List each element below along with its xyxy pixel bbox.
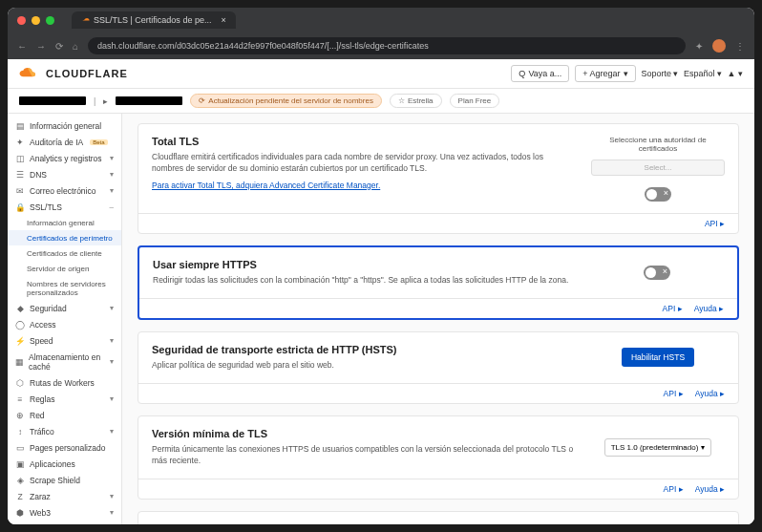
sidebar-item-label: Reglas [30,394,54,404]
sidebar-item-shield[interactable]: ◆Seguridad▾ [8,300,121,316]
card-desc: Permita únicamente las conexiones HTTPS … [152,444,576,467]
menu-icon[interactable]: ⋮ [735,41,745,52]
help-link[interactable]: Ayuda ▸ [695,484,725,494]
sidebar-item-label: Access [30,320,55,330]
plan-pill: Plan Free [450,94,500,108]
scrape-icon: ◈ [15,476,25,485]
forward-icon[interactable]: → [36,41,46,52]
user-menu[interactable]: ▲ ▾ [728,69,743,78]
support-link[interactable]: Soporte▾ [642,69,679,78]
acm-link[interactable]: Para activar Total TLS, adquiera Advance… [152,181,380,190]
address-bar: ← → ⟳ ⌂ dash.cloudflare.com/d03dc05e21a4… [8,32,754,59]
sidebar-item-net[interactable]: ⊕Red [8,407,121,423]
minimize-window[interactable] [32,16,40,25]
cloud-icon [19,67,40,80]
sidebar-item-apps[interactable]: ▣Aplicaciones [8,456,121,472]
card-desc: Redirigir todas las solicitudes con la c… [153,275,575,287]
sidebar-item-cache[interactable]: ▦Almacenamiento en caché▾ [8,349,121,374]
sidebar-item-pages[interactable]: ▭Pages personalizado [8,439,121,456]
help-link[interactable]: Ayuda ▸ [694,304,724,313]
app-header: CLOUDFLARE QVaya a... + Agregar▾ Soporte… [8,59,754,89]
sidebar-item-rules[interactable]: ≡Reglas▾ [8,391,121,407]
sidebar-item-traffic[interactable]: ↕Tráfico▾ [8,423,121,439]
sidebar-sub-item[interactable]: Nombres de servidores personalizados [8,276,121,300]
lock-icon: 🔒 [15,202,25,212]
sidebar-item-workers[interactable]: ⬡Rutas de Workers [8,374,121,391]
sidebar-item-zaraz[interactable]: ZZaraz▾ [8,488,121,504]
star-button[interactable]: ☆ Estrella [390,94,442,108]
card-min-tls: Versión mínima de TLS Permita únicamente… [138,415,739,500]
min-tls-select[interactable]: TLS 1.0 (predeterminado) ▾ [604,438,712,457]
card-always-https: Usar siempre HTTPS Redirigir todas las s… [138,245,739,320]
card-title: Cifrado oportunista [152,523,725,524]
sidebar-item-label: Scrape Shield [30,476,80,485]
card-title: Total TLS [152,136,576,147]
browser-tab[interactable]: SSL/TLS | Certificados de pe... × [72,11,236,29]
content-area: Total TLS Cloudflare emitirá certificado… [122,114,754,524]
cert-authority-select[interactable]: Select... [591,160,725,176]
sidebar-item-lock[interactable]: 🔒SSL/TLS– [8,199,121,215]
sidebar-item-label: Información general [30,121,101,131]
sidebar-sub-item[interactable]: Certificados de perímetro [8,230,121,245]
web3-icon: ⬢ [15,508,25,518]
sidebar-item-label: Web3 [30,508,51,518]
maximize-window[interactable] [46,16,54,25]
back-icon[interactable]: ← [17,41,27,52]
language-link[interactable]: Español▾ [684,69,722,78]
sidebar-item-label: Speed [30,336,53,346]
sidebar-item-label: Tráfico [30,427,54,436]
sidebar-item-label: Pages personalizado [30,443,105,453]
sidebar-item-label: DNS [30,170,47,180]
home-icon[interactable]: ⌂ [73,41,78,52]
sidebar-item-label: SSL/TLS [30,202,62,212]
sidebar-item-label: Analytics y registros [30,154,102,163]
help-link[interactable]: Ayuda ▸ [695,389,725,398]
sidebar: ▤Información general✦Auditoría de IABeta… [8,114,122,524]
sidebar-item-label: Almacenamiento en caché [29,352,105,372]
cert-authority-label: Seleccione una autoridad de certificados [591,136,725,153]
shield-icon: ◆ [15,304,25,313]
cloudflare-logo[interactable]: CLOUDFLARE [19,67,128,80]
sidebar-item-info[interactable]: ▤Información general [8,117,121,134]
api-link[interactable]: API ▸ [664,484,684,494]
sidebar-item-ai[interactable]: ✦Auditoría de IABeta [8,134,121,150]
cloudflare-favicon [81,16,90,25]
pages-icon: ▭ [15,443,25,453]
sidebar-item-speed[interactable]: ⚡Speed▾ [8,332,121,349]
traffic-icon: ↕ [15,427,25,436]
close-window[interactable] [17,16,26,25]
api-link[interactable]: API ▸ [705,219,725,228]
info-icon: ▤ [15,121,25,131]
sidebar-item-scrape[interactable]: ◈Scrape Shield [8,472,121,488]
enable-hsts-button[interactable]: Habilitar HSTS [622,348,694,367]
card-title: Seguridad de transporte estricta de HTTP… [152,344,576,355]
extensions-icon[interactable]: ✦ [695,41,703,52]
goto-button[interactable]: QVaya a... [511,65,569,82]
sidebar-sub-item[interactable]: Certificados de cliente [8,245,121,261]
card-total-tls: Total TLS Cloudflare emitirá certificado… [138,123,739,234]
close-tab-icon[interactable]: × [221,15,225,25]
chart-icon: ◫ [15,154,25,163]
mail-icon: ✉ [15,186,25,196]
url-field[interactable]: dash.cloudflare.com/d03dc05e21a44d2fe997… [88,37,686,54]
speed-icon: ⚡ [15,336,25,346]
net-icon: ⊕ [15,411,25,420]
total-tls-toggle[interactable]: × [645,187,671,202]
window-titlebar: SSL/TLS | Certificados de pe... × [8,8,754,32]
sidebar-item-chart[interactable]: ◫Analytics y registros▾ [8,150,121,166]
sidebar-sub-item[interactable]: Servidor de origen [8,261,121,276]
sidebar-item-mail[interactable]: ✉Correo electrónico▾ [8,182,121,199]
sidebar-item-label: Auditoría de IA [30,138,83,147]
api-link[interactable]: API ▸ [664,389,684,398]
sidebar-item-dns[interactable]: ☰DNS▾ [8,166,121,182]
api-link[interactable]: API ▸ [663,304,683,313]
sidebar-item-web3[interactable]: ⬢Web3▾ [8,504,121,521]
sidebar-item-label: Aplicaciones [30,459,75,469]
profile-avatar[interactable] [712,39,726,53]
sidebar-sub-item[interactable]: Información general [8,215,121,230]
zone-redacted [116,96,182,105]
reload-icon[interactable]: ⟳ [55,41,63,52]
sidebar-item-access[interactable]: ◯Access [8,316,121,332]
always-https-toggle[interactable]: × [644,266,670,280]
add-button[interactable]: + Agregar▾ [575,65,635,82]
